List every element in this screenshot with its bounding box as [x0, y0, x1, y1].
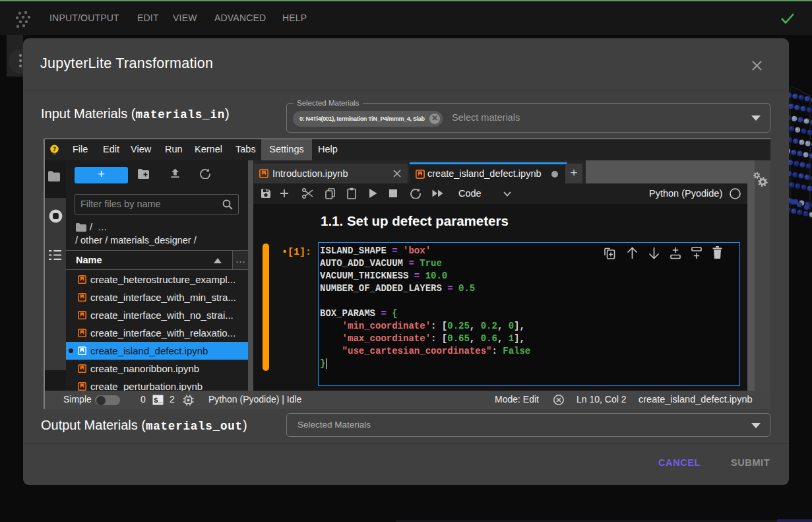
svg-text:$_: $_ — [154, 397, 163, 405]
